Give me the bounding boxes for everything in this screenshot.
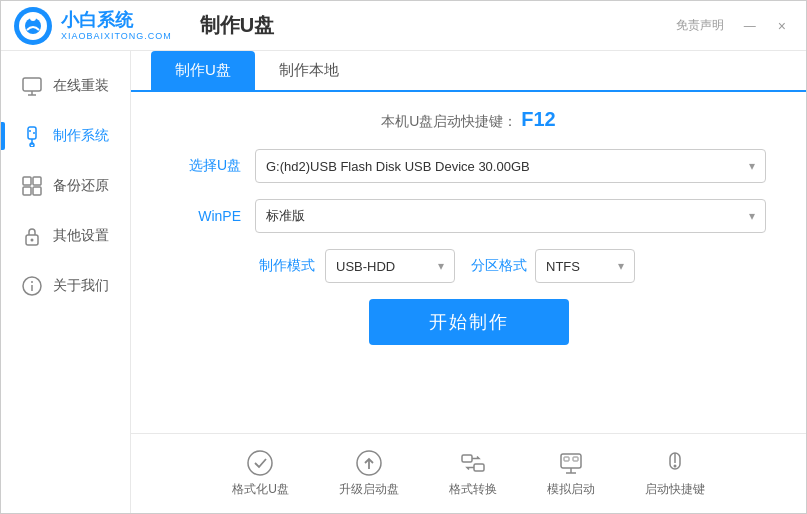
bottom-label-simulate-boot: 模拟启动 [547,481,595,498]
mouse-icon [659,449,691,477]
bottom-label-upgrade-boot: 升级启动盘 [339,481,399,498]
winpe-dropdown[interactable]: 标准版 ▾ [255,199,766,233]
make-mode-value: USB-HDD [336,259,395,274]
sidebar-item-backup-restore[interactable]: 备份还原 [1,161,130,211]
minimize-button[interactable]: — [738,17,762,35]
svg-point-17 [31,239,34,242]
info-icon [21,275,43,297]
logo-area: 小白系统 XIAOBAIXITONG.COM 制作U盘 [13,6,670,46]
sidebar-label-backup-restore: 备份还原 [53,177,109,195]
sidebar-item-online-install[interactable]: 在线重装 [1,61,130,111]
winpe-label: WinPE [171,208,241,224]
bottom-label-format-usb: 格式化U盘 [232,481,289,498]
svg-rect-15 [33,187,41,195]
tabs: 制作U盘 制作本地 [131,51,806,92]
lock-icon [21,225,43,247]
select-usb-row: 选择U盘 G:(hd2)USB Flash Disk USB Device 30… [171,149,766,183]
sidebar-label-online-install: 在线重装 [53,77,109,95]
hotkey-label: 本机U盘启动快捷键： [381,113,517,129]
winpe-value: 标准版 [266,207,305,225]
make-mode-label: 制作模式 [255,257,315,275]
page-title: 制作U盘 [200,12,670,39]
svg-point-3 [30,15,36,21]
svg-point-21 [248,451,272,475]
start-make-button[interactable]: 开始制作 [369,299,569,345]
bottom-label-format-convert: 格式转换 [449,481,497,498]
bottom-bar: 格式化U盘 升级启动盘 [131,433,806,513]
svg-rect-29 [573,457,578,461]
chevron-down-icon: ▾ [749,159,755,173]
disclaimer-button[interactable]: 免责声明 [670,15,730,36]
sidebar-item-other-settings[interactable]: 其他设置 [1,211,130,261]
app-logo-icon [13,6,53,46]
svg-rect-14 [23,187,31,195]
chevron-down-icon-2: ▾ [749,209,755,223]
svg-rect-24 [474,464,484,471]
partition-format-value: NTFS [546,259,580,274]
sidebar: 在线重装 制作系统 [1,51,131,513]
bottom-item-format-convert[interactable]: 格式转换 [449,449,497,498]
logo-text: 小白系统 XIAOBAIXITONG.COM [61,10,172,42]
svg-point-32 [673,465,676,468]
grid-icon [21,175,43,197]
content-area: 制作U盘 制作本地 本机U盘启动快捷键： F12 选择U盘 G:(hd2)USB… [131,51,806,513]
chevron-down-icon-3: ▾ [438,259,444,273]
logo-main-text: 小白系统 [61,10,172,32]
bottom-item-simulate-boot[interactable]: 模拟启动 [547,449,595,498]
main-layout: 在线重装 制作系统 [1,51,806,513]
hotkey-line: 本机U盘启动快捷键： F12 [171,108,766,131]
hotkey-value: F12 [521,108,555,130]
svg-point-20 [31,281,33,283]
partition-format-dropdown[interactable]: NTFS ▾ [535,249,635,283]
monitor-icon [21,75,43,97]
title-actions: 免责声明 — × [670,15,794,36]
upload-circle-icon [353,449,385,477]
usb-icon [21,125,43,147]
bottom-label-boot-shortcut: 启动快捷键 [645,481,705,498]
tab-make-local[interactable]: 制作本地 [255,51,363,92]
check-circle-icon [244,449,276,477]
svg-rect-13 [33,177,41,185]
select-usb-label: 选择U盘 [171,157,241,175]
app-window: 小白系统 XIAOBAIXITONG.COM 制作U盘 免责声明 — × [0,0,807,514]
computer-icon [555,449,587,477]
bottom-item-upgrade-boot[interactable]: 升级启动盘 [339,449,399,498]
svg-rect-23 [462,455,472,462]
form-area: 本机U盘启动快捷键： F12 选择U盘 G:(hd2)USB Flash Dis… [131,92,806,433]
svg-rect-12 [23,177,31,185]
select-usb-dropdown[interactable]: G:(hd2)USB Flash Disk USB Device 30.00GB… [255,149,766,183]
mode-partition-row: 制作模式 USB-HDD ▾ 分区格式 NTFS ▾ [255,249,766,283]
sidebar-label-other-settings: 其他设置 [53,227,109,245]
title-bar: 小白系统 XIAOBAIXITONG.COM 制作U盘 免责声明 — × [1,1,806,51]
logo-sub-text: XIAOBAIXITONG.COM [61,31,172,41]
chevron-down-icon-4: ▾ [618,259,624,273]
winpe-row: WinPE 标准版 ▾ [171,199,766,233]
sidebar-label-make-system: 制作系统 [53,127,109,145]
bottom-item-format-usb[interactable]: 格式化U盘 [232,449,289,498]
partition-format-label: 分区格式 [471,257,527,275]
svg-rect-4 [23,78,41,91]
sidebar-item-make-system[interactable]: 制作系统 [1,111,130,161]
select-usb-value: G:(hd2)USB Flash Disk USB Device 30.00GB [266,159,530,174]
svg-rect-28 [564,457,569,461]
make-mode-dropdown[interactable]: USB-HDD ▾ [325,249,455,283]
tab-make-usb[interactable]: 制作U盘 [151,51,255,92]
convert-icon [457,449,489,477]
sidebar-label-about-us: 关于我们 [53,277,109,295]
close-button[interactable]: × [770,16,794,36]
sidebar-item-about-us[interactable]: 关于我们 [1,261,130,311]
bottom-item-boot-shortcut[interactable]: 启动快捷键 [645,449,705,498]
